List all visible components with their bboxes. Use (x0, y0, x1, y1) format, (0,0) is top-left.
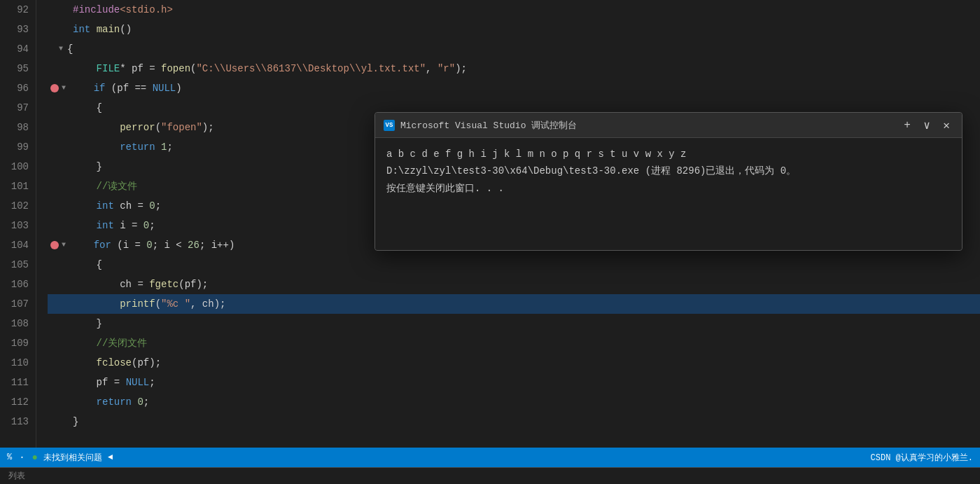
terminal-title: Microsoft Visual Studio 调试控制台 (400, 119, 900, 132)
status-left: % · ● 未找到相关问题 ◄ (7, 452, 113, 464)
terminal-output-line: 按任意键关闭此窗口. . . (386, 181, 951, 196)
list-label: 列表 (8, 470, 25, 482)
terminal-add-btn[interactable]: + (900, 119, 914, 132)
status-bar: % · ● 未找到相关问题 ◄ CSDN @认真学习的小雅兰. (0, 448, 980, 467)
watermark: CSDN @认真学习的小雅兰. (871, 452, 973, 464)
terminal-icon: VS (384, 120, 395, 131)
terminal-more-btn[interactable]: ∨ (920, 118, 934, 132)
code-line: { (48, 255, 980, 275)
code-line: pf = NULL; (48, 373, 980, 392)
fold-arrow[interactable]: ▼ (62, 78, 66, 98)
code-line: //关闭文件 (48, 333, 980, 353)
terminal-output-line: a b c d e f g h i j k l m n o p q r s t … (386, 146, 951, 162)
code-line: ch = fgetc(pf); (48, 275, 980, 294)
bottom-bar: 列表 (0, 467, 980, 484)
terminal-body: a b c d e f g h i j k l m n o p q r s t … (375, 138, 962, 250)
code-line: return 0; (48, 392, 980, 412)
code-line-highlighted: printf("%c ", ch); (48, 294, 980, 314)
code-line: fclose(pf); (48, 353, 980, 373)
fold-arrow[interactable]: ▼ (59, 39, 63, 59)
code-line: ▼ { (48, 39, 980, 59)
terminal-titlebar: VS Microsoft Visual Studio 调试控制台 + ∨ ✕ (375, 113, 962, 138)
warning-icon: · (19, 452, 24, 463)
line-numbers: 92 93 94 95 96 97 98 99 100 101 102 103 … (0, 0, 36, 448)
code-line: FILE* pf = fopen("C:\\Users\\86137\\Desk… (48, 59, 980, 78)
breakpoint-indicator (50, 241, 59, 249)
terminal-close-btn[interactable]: ✕ (939, 118, 953, 132)
code-area: 92 93 94 95 96 97 98 99 100 101 102 103 … (0, 0, 980, 448)
fold-arrow[interactable]: ▼ (62, 235, 66, 255)
status-text: 未找到相关问题 (43, 452, 102, 464)
scroll-indicator: ◄ (108, 452, 113, 462)
terminal-popup: VS Microsoft Visual Studio 调试控制台 + ∨ ✕ a… (374, 112, 962, 251)
status-ok-icon: ● (32, 452, 38, 463)
percent-indicator: % (7, 452, 12, 462)
terminal-controls: + ∨ ✕ (900, 118, 953, 132)
code-line: } (48, 314, 980, 333)
terminal-output-line: D:\zzyl\zyl\test3-30\x64\Debug\test3-30.… (386, 163, 951, 179)
code-line: int main() (48, 20, 980, 39)
code-line: ▼ if (pf == NULL) (48, 78, 980, 98)
breakpoint-indicator (50, 84, 59, 92)
code-line: } (48, 412, 980, 431)
editor-container: 92 93 94 95 96 97 98 99 100 101 102 103 … (0, 0, 980, 484)
code-line: #include<stdio.h> (48, 0, 980, 20)
